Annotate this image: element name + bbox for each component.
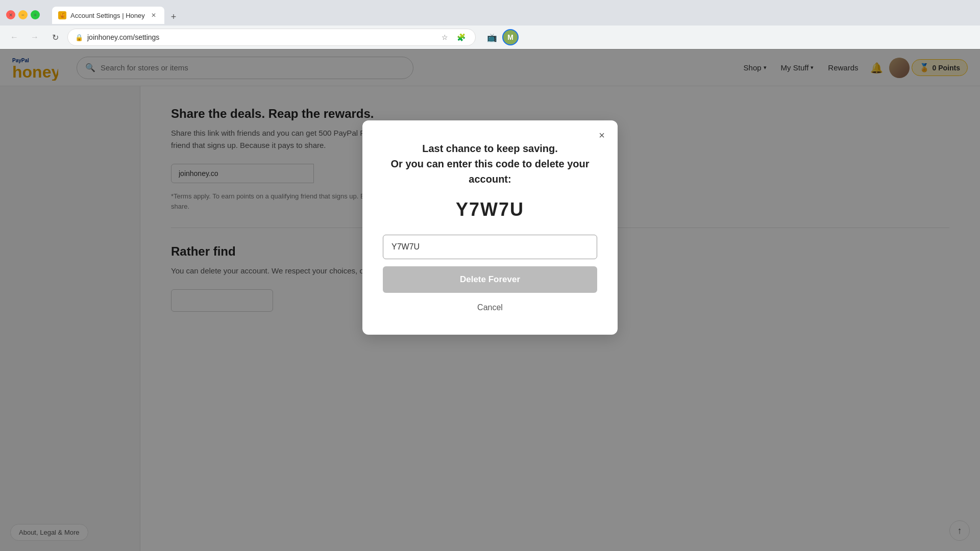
browser-titlebar: ✕ − + 🍯 Account Settings | Honey ✕ +	[0, 0, 980, 26]
active-tab[interactable]: 🍯 Account Settings | Honey ✕	[52, 7, 164, 24]
tab-close-btn[interactable]: ✕	[149, 11, 158, 20]
window-controls: ✕ − +	[6, 10, 40, 19]
modal-title: Last chance to keep saving. Or you can e…	[383, 141, 597, 187]
delete-forever-btn[interactable]: Delete Forever	[383, 266, 597, 293]
tab-favicon: 🍯	[58, 11, 66, 19]
browser-chrome: ✕ − + 🍯 Account Settings | Honey ✕ + ← →…	[0, 0, 980, 49]
profile-menu-btn[interactable]: M	[502, 29, 519, 45]
extension-btn[interactable]: 🧩	[454, 30, 468, 44]
modal-code: Y7W7U	[383, 199, 597, 220]
cast-btn[interactable]: 📺	[484, 29, 500, 45]
delete-confirm-modal: × Last chance to keep saving. Or you can…	[362, 120, 618, 335]
browser-ext-area: 📺 M	[484, 29, 519, 45]
tab-title: Account Settings | Honey	[70, 12, 145, 19]
url-bar-actions: ☆ 🧩	[437, 30, 468, 44]
page-content: PayPal honey 🔍 Shop ▾ My Stuff ▾ Rewards…	[0, 49, 980, 551]
modal-close-btn[interactable]: ×	[594, 128, 609, 143]
new-tab-btn[interactable]: +	[166, 10, 181, 24]
tab-bar: 🍯 Account Settings | Honey ✕ +	[48, 6, 185, 24]
window-minimize-btn[interactable]: −	[18, 10, 28, 19]
modal-code-input[interactable]	[383, 235, 597, 259]
modal-cancel-btn[interactable]: Cancel	[469, 301, 511, 314]
modal-title-line2: Or you can enter this code to delete you…	[391, 158, 590, 185]
address-bar: ← → ↻ 🔒 joinhoney.com/settings ☆ 🧩 📺 M	[0, 26, 980, 49]
lock-icon: 🔒	[75, 34, 83, 41]
forward-btn[interactable]: →	[27, 29, 43, 45]
url-bar[interactable]: 🔒 joinhoney.com/settings ☆ 🧩	[67, 29, 476, 46]
window-maximize-btn[interactable]: +	[31, 10, 40, 19]
window-close-btn[interactable]: ✕	[6, 10, 15, 19]
url-text: joinhoney.com/settings	[87, 33, 433, 41]
modal-title-line1: Last chance to keep saving.	[422, 143, 558, 154]
back-btn[interactable]: ←	[6, 29, 22, 45]
modal-overlay[interactable]: × Last chance to keep saving. Or you can…	[0, 49, 980, 551]
profile-avatar: M	[502, 29, 519, 45]
refresh-btn[interactable]: ↻	[47, 29, 63, 45]
bookmark-btn[interactable]: ☆	[437, 30, 452, 44]
